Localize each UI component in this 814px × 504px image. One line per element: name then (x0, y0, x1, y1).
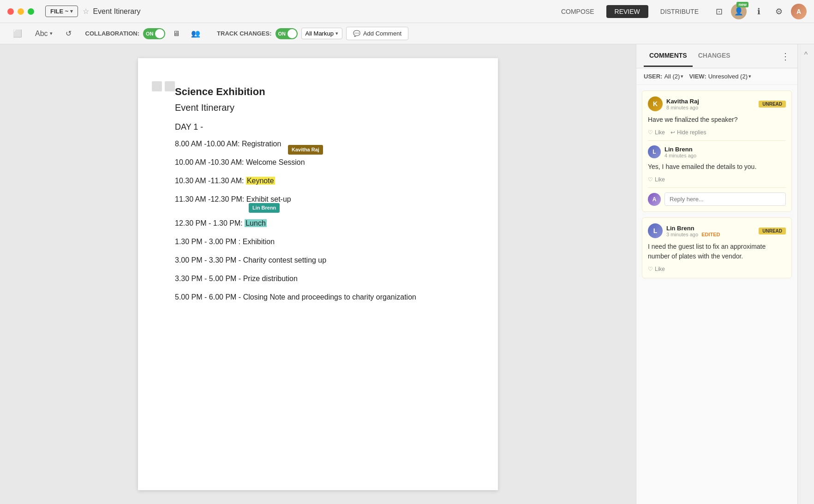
favorite-icon[interactable]: ☆ (83, 7, 89, 16)
panel-more-icon[interactable]: ⋮ (781, 51, 790, 62)
schedule-event: Closing Note and proceedings to charity … (243, 293, 416, 301)
avatar-lin: L (648, 145, 661, 158)
track-changes-toggle[interactable]: ON (275, 28, 298, 39)
comment-author-block: Kavitha Raj 8 minutes ago (666, 98, 699, 110)
comment-actions: ♡ Like ↩ Hide replies (648, 129, 786, 136)
markup-select-label: All Markup (305, 30, 334, 37)
file-menu-button[interactable]: FILE ~ ▾ (45, 6, 78, 17)
sidebar-toggle-btn[interactable]: ⬜ (9, 27, 26, 40)
cursor-lin: Lin Brenn (249, 203, 280, 213)
document-title: Event Itinerary (93, 7, 140, 16)
like-label: Like (655, 176, 665, 183)
view-filter: VIEW: Unresolved (2) ▾ (689, 73, 751, 80)
doc-subtitle: Event Itinerary (175, 102, 461, 113)
hide-replies-label: Hide replies (677, 129, 706, 136)
sidebar-collapse-button[interactable]: ^ (804, 51, 808, 59)
reply-input-wrap: A (648, 187, 786, 206)
doc-day: DAY 1 - (175, 122, 461, 132)
comments-tab[interactable]: COMMENTS (644, 45, 693, 67)
schedule-time: 11.30 AM -12.30 PM: (175, 195, 244, 203)
collab-users-icon[interactable]: 👥 (187, 27, 204, 40)
doc-main-title: Science Exhibition (175, 86, 461, 98)
reply-header: L Lin Brenn 4 minutes ago (648, 145, 786, 158)
user-filter-select[interactable]: All (2) ▾ (664, 73, 683, 80)
comment-author: Lin Brenn (666, 225, 720, 232)
title-bar: FILE ~ ▾ ☆ Event Itinerary COMPOSE REVIE… (0, 0, 814, 23)
markup-select[interactable]: All Markup ▾ (301, 28, 342, 39)
schedule-event: Exhibit set-up (246, 195, 291, 203)
chevron-down-icon: ▾ (335, 30, 338, 36)
schedule-time: 10.00 AM -10.30 AM: (175, 158, 244, 166)
add-comment-button[interactable]: 💬 Add Comment (346, 27, 408, 40)
chevron-down-icon: ▾ (748, 73, 751, 79)
maximize-button[interactable] (28, 8, 34, 15)
distribute-tab[interactable]: DISTRIBUTE (652, 5, 707, 18)
collab-share-icon[interactable]: 🖥 (169, 28, 184, 40)
schedule-event: Prize distribution (243, 275, 298, 282)
reply-icon: ↩ (670, 129, 675, 136)
collaboration-section: COLLABORATION: ON 🖥 👥 (85, 27, 204, 40)
screen-icon[interactable]: ⊡ (711, 3, 727, 20)
schedule-item: 5.00 PM - 6.00 PM - Closing Note and pro… (175, 292, 461, 303)
review-tab[interactable]: REVIEW (606, 5, 648, 18)
like-label: Like (655, 129, 665, 136)
collaboration-label: COLLABORATION: (85, 30, 139, 37)
reply-text: Yes, I have emailed the details to you. (648, 162, 786, 172)
doc-icon-2 (165, 81, 175, 91)
comment-author: Kavitha Raj (666, 98, 699, 105)
add-comment-label: Add Comment (363, 30, 401, 37)
close-button[interactable] (7, 8, 14, 15)
user-filter-label: USER: (644, 73, 662, 80)
collaboration-toggle-label: ON (146, 31, 154, 36)
reply-like-button[interactable]: ♡ Like (648, 176, 665, 183)
schedule-item: 1.30 PM - 3.00 PM : Exhibition (175, 236, 461, 247)
sidebar-collapse: ^ (797, 44, 814, 504)
revision-btn[interactable]: ↺ (62, 27, 75, 40)
toggle-knob (287, 29, 297, 38)
view-filter-select[interactable]: Unresolved (2) ▾ (708, 73, 751, 80)
schedule-item: 12.30 PM - 1.30 PM: Lunch (175, 218, 461, 229)
schedule-event-highlighted: Keynote (246, 177, 275, 185)
user-filter: USER: All (2) ▾ (644, 73, 683, 80)
heart-icon: ♡ (648, 176, 653, 183)
user-avatar[interactable]: A (791, 4, 807, 19)
comments-panel: COMMENTS CHANGES ⋮ USER: All (2) ▾ VIEW:… (636, 44, 797, 504)
compose-tab[interactable]: COMPOSE (553, 5, 603, 18)
comment-reply: L Lin Brenn 4 minutes ago Yes, I have em… (648, 140, 786, 183)
panel-filters: USER: All (2) ▾ VIEW: Unresolved (2) ▾ (636, 68, 797, 85)
spell-check-btn[interactable]: Abc ▾ (31, 28, 56, 40)
schedule-time: 1.30 PM - 3.00 PM : (175, 238, 240, 246)
info-icon[interactable]: ℹ (750, 3, 767, 20)
changes-tab[interactable]: CHANGES (693, 45, 736, 67)
schedule-event: Registration (242, 140, 281, 148)
unread-badge: UNREAD (759, 101, 786, 108)
unread-badge: UNREAD (759, 228, 786, 234)
chevron-down-icon: ▾ (70, 8, 73, 14)
comment-thread: K Kavitha Raj 8 minutes ago UNREAD Have … (642, 90, 792, 212)
edited-badge: EDITED (701, 232, 720, 237)
comment-text: Have we finalized the speaker? (648, 115, 786, 125)
comment-author-block: Lin Brenn 3 minutes ago EDITED (666, 225, 720, 237)
panel-tabs: COMMENTS CHANGES ⋮ (636, 44, 797, 68)
reply-time: 4 minutes ago (664, 153, 696, 158)
track-toggle-label: ON (278, 31, 286, 36)
comment-thread: L Lin Brenn 3 minutes ago EDITED UNREAD … (642, 217, 792, 278)
toolbar: ⬜ Abc ▾ ↺ COLLABORATION: ON 🖥 👥 TRACK CH… (0, 23, 814, 44)
comment-text: I need the guest list to fix an approxim… (648, 242, 786, 261)
hide-replies-button[interactable]: ↩ Hide replies (670, 129, 706, 136)
avatar-wrap[interactable]: 👤 new (731, 4, 747, 19)
traffic-lights (7, 8, 34, 15)
schedule-time: 8.00 AM -10.00 AM: (175, 140, 240, 148)
schedule-event: Charity contest setting up (243, 256, 327, 264)
reply-input[interactable] (664, 192, 786, 206)
schedule-item: 11.30 AM -12.30 PM: Exhibit set-up Lin B… (175, 194, 461, 205)
collaboration-toggle[interactable]: ON (143, 28, 165, 39)
settings-icon[interactable]: ⚙ (771, 3, 787, 20)
document-page: Science Exhibition Event Itinerary DAY 1… (138, 58, 498, 490)
cursor-kavitha: Kavitha Raj (288, 145, 323, 155)
main-layout: Science Exhibition Event Itinerary DAY 1… (0, 44, 814, 504)
like-button[interactable]: ♡ Like (648, 129, 665, 136)
like-button[interactable]: ♡ Like (648, 266, 665, 272)
chevron-down-icon: ▾ (681, 73, 683, 79)
minimize-button[interactable] (18, 8, 24, 15)
